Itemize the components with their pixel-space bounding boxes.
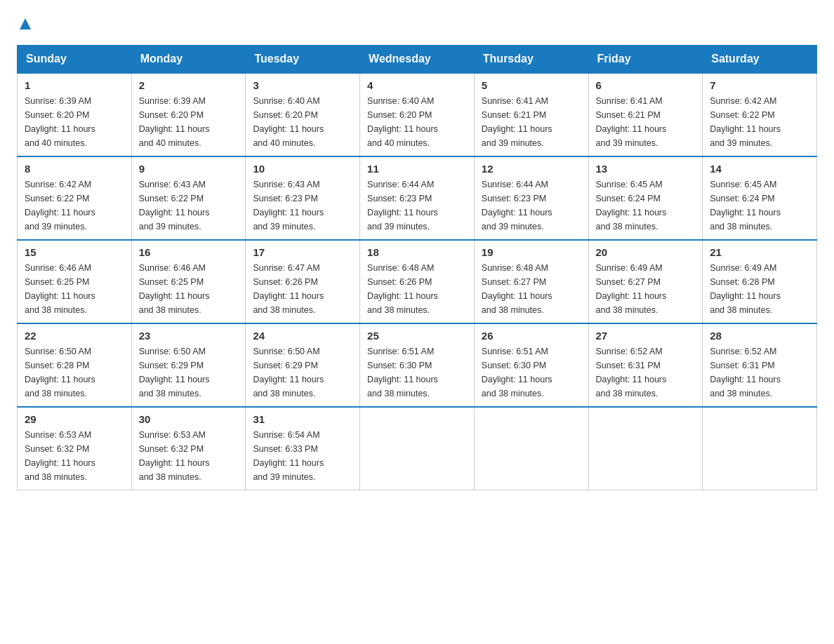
calendar-cell xyxy=(474,407,588,490)
calendar-cell xyxy=(588,407,703,490)
calendar-cell: 16 Sunrise: 6:46 AM Sunset: 6:25 PM Dayl… xyxy=(131,240,246,323)
day-info: Sunrise: 6:40 AM Sunset: 6:20 PM Dayligh… xyxy=(253,94,352,150)
day-number: 11 xyxy=(367,163,467,175)
calendar-cell: 8 Sunrise: 6:42 AM Sunset: 6:22 PM Dayli… xyxy=(18,156,132,240)
day-info: Sunrise: 6:39 AM Sunset: 6:20 PM Dayligh… xyxy=(25,94,124,150)
day-number: 16 xyxy=(139,246,239,258)
calendar-cell: 20 Sunrise: 6:49 AM Sunset: 6:27 PM Dayl… xyxy=(588,240,703,323)
day-number: 3 xyxy=(253,79,352,91)
calendar-cell: 27 Sunrise: 6:52 AM Sunset: 6:31 PM Dayl… xyxy=(588,323,703,407)
day-number: 15 xyxy=(25,246,124,258)
day-number: 22 xyxy=(25,330,124,342)
week-row-3: 15 Sunrise: 6:46 AM Sunset: 6:25 PM Dayl… xyxy=(18,240,817,323)
weekday-header-saturday: Saturday xyxy=(703,46,817,74)
day-number: 17 xyxy=(253,246,352,258)
weekday-header-tuesday: Tuesday xyxy=(246,46,360,74)
day-info: Sunrise: 6:45 AM Sunset: 6:24 PM Dayligh… xyxy=(596,177,696,234)
day-number: 28 xyxy=(710,330,809,342)
day-number: 1 xyxy=(25,79,124,91)
day-info: Sunrise: 6:46 AM Sunset: 6:25 PM Dayligh… xyxy=(25,261,124,317)
calendar-cell: 3 Sunrise: 6:40 AM Sunset: 6:20 PM Dayli… xyxy=(246,73,360,156)
day-info: Sunrise: 6:51 AM Sunset: 6:30 PM Dayligh… xyxy=(482,344,581,401)
calendar-cell: 19 Sunrise: 6:48 AM Sunset: 6:27 PM Dayl… xyxy=(474,240,588,323)
calendar-cell: 11 Sunrise: 6:44 AM Sunset: 6:23 PM Dayl… xyxy=(360,156,475,240)
day-number: 10 xyxy=(253,163,352,175)
day-info: Sunrise: 6:42 AM Sunset: 6:22 PM Dayligh… xyxy=(710,94,809,150)
day-number: 30 xyxy=(139,413,239,425)
day-number: 14 xyxy=(710,163,809,175)
calendar-cell: 31 Sunrise: 6:54 AM Sunset: 6:33 PM Dayl… xyxy=(246,407,360,490)
day-info: Sunrise: 6:48 AM Sunset: 6:26 PM Dayligh… xyxy=(367,261,467,317)
calendar-cell: 15 Sunrise: 6:46 AM Sunset: 6:25 PM Dayl… xyxy=(18,240,132,323)
day-number: 25 xyxy=(367,330,467,342)
day-info: Sunrise: 6:41 AM Sunset: 6:21 PM Dayligh… xyxy=(482,94,581,150)
day-info: Sunrise: 6:48 AM Sunset: 6:27 PM Dayligh… xyxy=(482,261,581,317)
day-info: Sunrise: 6:43 AM Sunset: 6:22 PM Dayligh… xyxy=(139,177,239,234)
day-info: Sunrise: 6:40 AM Sunset: 6:20 PM Dayligh… xyxy=(367,94,467,150)
logo xyxy=(17,17,32,31)
calendar-cell: 17 Sunrise: 6:47 AM Sunset: 6:26 PM Dayl… xyxy=(246,240,360,323)
day-number: 9 xyxy=(139,163,239,175)
weekday-header-row: SundayMondayTuesdayWednesdayThursdayFrid… xyxy=(18,46,817,74)
day-info: Sunrise: 6:49 AM Sunset: 6:28 PM Dayligh… xyxy=(710,261,809,317)
day-info: Sunrise: 6:46 AM Sunset: 6:25 PM Dayligh… xyxy=(139,261,239,317)
day-info: Sunrise: 6:53 AM Sunset: 6:32 PM Dayligh… xyxy=(25,428,124,484)
calendar-cell xyxy=(703,407,817,490)
week-row-2: 8 Sunrise: 6:42 AM Sunset: 6:22 PM Dayli… xyxy=(18,156,817,240)
logo-triangle-icon xyxy=(18,17,32,31)
calendar-cell: 23 Sunrise: 6:50 AM Sunset: 6:29 PM Dayl… xyxy=(131,323,246,407)
calendar-cell: 7 Sunrise: 6:42 AM Sunset: 6:22 PM Dayli… xyxy=(703,73,817,156)
day-info: Sunrise: 6:50 AM Sunset: 6:28 PM Dayligh… xyxy=(25,344,124,401)
calendar-cell: 26 Sunrise: 6:51 AM Sunset: 6:30 PM Dayl… xyxy=(474,323,588,407)
weekday-header-sunday: Sunday xyxy=(18,46,132,74)
day-info: Sunrise: 6:49 AM Sunset: 6:27 PM Dayligh… xyxy=(596,261,696,317)
calendar-cell: 9 Sunrise: 6:43 AM Sunset: 6:22 PM Dayli… xyxy=(131,156,246,240)
calendar-cell: 13 Sunrise: 6:45 AM Sunset: 6:24 PM Dayl… xyxy=(588,156,703,240)
day-info: Sunrise: 6:44 AM Sunset: 6:23 PM Dayligh… xyxy=(367,177,467,234)
day-info: Sunrise: 6:47 AM Sunset: 6:26 PM Dayligh… xyxy=(253,261,352,317)
calendar-cell: 1 Sunrise: 6:39 AM Sunset: 6:20 PM Dayli… xyxy=(18,73,132,156)
day-info: Sunrise: 6:41 AM Sunset: 6:21 PM Dayligh… xyxy=(596,94,696,150)
day-number: 18 xyxy=(367,246,467,258)
day-number: 2 xyxy=(139,79,239,91)
calendar-cell: 18 Sunrise: 6:48 AM Sunset: 6:26 PM Dayl… xyxy=(360,240,475,323)
day-info: Sunrise: 6:43 AM Sunset: 6:23 PM Dayligh… xyxy=(253,177,352,234)
day-info: Sunrise: 6:44 AM Sunset: 6:23 PM Dayligh… xyxy=(482,177,581,234)
week-row-5: 29 Sunrise: 6:53 AM Sunset: 6:32 PM Dayl… xyxy=(18,407,817,490)
calendar-table: SundayMondayTuesdayWednesdayThursdayFrid… xyxy=(17,45,817,490)
day-number: 5 xyxy=(482,79,581,91)
day-number: 8 xyxy=(25,163,124,175)
day-number: 6 xyxy=(596,79,696,91)
calendar-cell: 12 Sunrise: 6:44 AM Sunset: 6:23 PM Dayl… xyxy=(474,156,588,240)
weekday-header-friday: Friday xyxy=(588,46,703,74)
week-row-1: 1 Sunrise: 6:39 AM Sunset: 6:20 PM Dayli… xyxy=(18,73,817,156)
day-info: Sunrise: 6:42 AM Sunset: 6:22 PM Dayligh… xyxy=(25,177,124,234)
day-info: Sunrise: 6:53 AM Sunset: 6:32 PM Dayligh… xyxy=(139,428,239,484)
day-info: Sunrise: 6:51 AM Sunset: 6:30 PM Dayligh… xyxy=(367,344,467,401)
day-number: 26 xyxy=(482,330,581,342)
page-header xyxy=(17,17,817,31)
calendar-cell: 25 Sunrise: 6:51 AM Sunset: 6:30 PM Dayl… xyxy=(360,323,475,407)
calendar-cell: 30 Sunrise: 6:53 AM Sunset: 6:32 PM Dayl… xyxy=(131,407,246,490)
calendar-cell: 5 Sunrise: 6:41 AM Sunset: 6:21 PM Dayli… xyxy=(474,73,588,156)
calendar-cell: 10 Sunrise: 6:43 AM Sunset: 6:23 PM Dayl… xyxy=(246,156,360,240)
calendar-cell: 29 Sunrise: 6:53 AM Sunset: 6:32 PM Dayl… xyxy=(18,407,132,490)
day-number: 19 xyxy=(482,246,581,258)
weekday-header-thursday: Thursday xyxy=(474,46,588,74)
calendar-cell: 4 Sunrise: 6:40 AM Sunset: 6:20 PM Dayli… xyxy=(360,73,475,156)
day-number: 4 xyxy=(367,79,467,91)
calendar-cell: 21 Sunrise: 6:49 AM Sunset: 6:28 PM Dayl… xyxy=(703,240,817,323)
day-info: Sunrise: 6:50 AM Sunset: 6:29 PM Dayligh… xyxy=(139,344,239,401)
calendar-cell xyxy=(360,407,475,490)
day-info: Sunrise: 6:52 AM Sunset: 6:31 PM Dayligh… xyxy=(710,344,809,401)
day-number: 24 xyxy=(253,330,352,342)
day-info: Sunrise: 6:50 AM Sunset: 6:29 PM Dayligh… xyxy=(253,344,352,401)
day-number: 27 xyxy=(596,330,696,342)
svg-marker-0 xyxy=(20,18,31,29)
calendar-cell: 6 Sunrise: 6:41 AM Sunset: 6:21 PM Dayli… xyxy=(588,73,703,156)
day-number: 13 xyxy=(596,163,696,175)
day-number: 21 xyxy=(710,246,809,258)
day-info: Sunrise: 6:54 AM Sunset: 6:33 PM Dayligh… xyxy=(253,428,352,484)
day-number: 20 xyxy=(596,246,696,258)
calendar-cell: 28 Sunrise: 6:52 AM Sunset: 6:31 PM Dayl… xyxy=(703,323,817,407)
